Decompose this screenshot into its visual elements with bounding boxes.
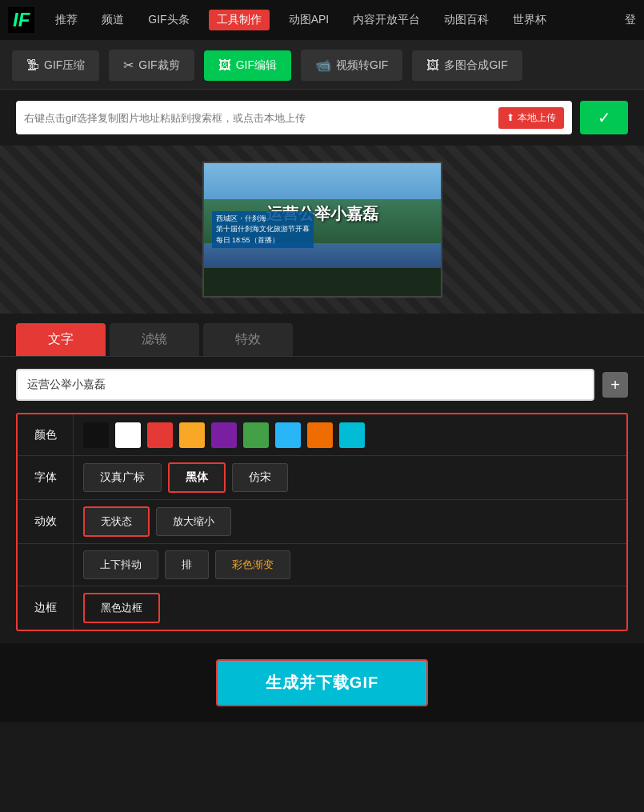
- effect-label-spacer: [18, 544, 74, 586]
- effect-content-2: 上下抖动 排 彩色渐变: [74, 544, 626, 586]
- preview-area: 运营公举小嘉磊 西城区・什刹海 第十届什刹海文化旅游节开幕 每日 18:55（首…: [0, 146, 644, 314]
- font-fangsong[interactable]: 仿宋: [232, 463, 288, 492]
- gif-edit-button[interactable]: 🖼 GIF编辑: [204, 50, 291, 81]
- crop-icon: ✂: [123, 58, 134, 73]
- tabs-bar: 文字 滤镜 特效: [0, 314, 644, 357]
- effect-color-anim[interactable]: 彩色渐变: [215, 550, 290, 579]
- upload-label: 本地上传: [518, 111, 556, 125]
- upload-icon: ⬆: [506, 112, 514, 123]
- nav-item-tools[interactable]: 工具制作: [209, 10, 270, 30]
- text-input[interactable]: [16, 369, 594, 401]
- ground-bg: [204, 268, 441, 296]
- upload-button[interactable]: ⬆ 本地上传: [498, 107, 564, 129]
- video-to-gif-label: 视频转GIF: [336, 58, 388, 73]
- sky-bg: [204, 163, 441, 199]
- nav-item-worldcup[interactable]: 世界杯: [508, 10, 551, 30]
- gif-edit-label: GIF编辑: [236, 58, 277, 73]
- nav: 推荐 频道 GIF头条 工具制作 动图API 内容开放平台 动图百科 世界杯: [50, 10, 625, 30]
- effect-row-1: 动效 无状态 放大缩小: [18, 500, 626, 544]
- video-icon: 📹: [315, 58, 331, 73]
- logo: IF: [8, 7, 34, 33]
- subtitle-line2: 第十届什刹海文化旅游节开幕: [216, 224, 310, 235]
- login-button[interactable]: 登: [625, 13, 636, 27]
- effect-zoom[interactable]: 放大缩小: [156, 507, 231, 536]
- color-row: 颜色: [18, 414, 626, 456]
- border-content: 黑色边框: [74, 586, 626, 630]
- border-black[interactable]: 黑色边框: [83, 593, 160, 623]
- nav-item-open[interactable]: 内容开放平台: [348, 10, 425, 30]
- generate-button[interactable]: 生成并下载GIF: [216, 659, 428, 706]
- header: IF 推荐 频道 GIF头条 工具制作 动图API 内容开放平台 动图百科 世界…: [0, 0, 644, 42]
- gif-crop-button[interactable]: ✂ GIF裁剪: [109, 50, 194, 81]
- zip-icon: 🗜: [26, 58, 39, 73]
- gif-preview: 运营公举小嘉磊 西城区・什刹海 第十届什刹海文化旅游节开幕 每日 18:55（首…: [202, 162, 442, 298]
- gif-compress-button[interactable]: 🗜 GIF压缩: [12, 50, 99, 81]
- font-hanzhen[interactable]: 汉真广标: [83, 463, 162, 492]
- generate-section: 生成并下载GIF: [0, 643, 644, 722]
- effect-row-layout[interactable]: 排: [165, 550, 209, 579]
- gif-crop-label: GIF裁剪: [138, 58, 179, 73]
- color-label: 颜色: [18, 414, 74, 455]
- multi-gif-button[interactable]: 🖼 多图合成GIF: [412, 50, 522, 81]
- nav-item-channel[interactable]: 频道: [97, 10, 129, 30]
- nav-item-api[interactable]: 动图API: [284, 10, 334, 30]
- gif-subtitle: 西城区・什刹海 第十届什刹海文化旅游节开幕 每日 18:55（首播）: [212, 211, 314, 249]
- effect-none[interactable]: 无状态: [83, 506, 150, 537]
- effect-content-1: 无状态 放大缩小: [74, 500, 626, 543]
- text-input-row: + 文字可以当水印用哟: [16, 369, 628, 401]
- effect-row-2: 上下抖动 排 彩色渐变: [18, 544, 626, 586]
- color-white[interactable]: [115, 422, 141, 448]
- border-row: 边框 黑色边框: [18, 586, 626, 630]
- nav-item-recommend[interactable]: 推荐: [50, 10, 82, 30]
- editor-panel: + 文字可以当水印用哟 颜色 字体 汉真广标 黑体: [0, 357, 644, 643]
- tab-filter[interactable]: 滤镜: [110, 323, 199, 356]
- toolbar: 🗜 GIF压缩 ✂ GIF裁剪 🖼 GIF编辑 📹 视频转GIF 🖼 多图合成G…: [0, 42, 644, 90]
- subtitle-line3: 每日 18:55（首播）: [216, 235, 310, 246]
- options-table: 颜色 字体 汉真广标 黑体 仿宋 动效: [16, 413, 628, 631]
- tab-effects[interactable]: 特效: [203, 323, 293, 356]
- color-green[interactable]: [243, 422, 269, 448]
- color-content: [74, 416, 626, 454]
- tab-text[interactable]: 文字: [16, 323, 106, 356]
- color-orange[interactable]: [307, 422, 333, 448]
- multi-icon: 🖼: [426, 58, 439, 73]
- color-teal[interactable]: [339, 422, 365, 448]
- font-label: 字体: [18, 456, 74, 499]
- nav-item-headlines[interactable]: GIF头条: [143, 10, 194, 30]
- search-input-wrapper: ⬆ 本地上传: [16, 101, 572, 134]
- color-cyan[interactable]: [275, 422, 301, 448]
- border-label: 边框: [18, 586, 74, 630]
- confirm-button[interactable]: ✓: [580, 101, 628, 134]
- font-row: 字体 汉真广标 黑体 仿宋: [18, 456, 626, 500]
- nav-item-wiki[interactable]: 动图百科: [439, 10, 494, 30]
- color-purple[interactable]: [211, 422, 237, 448]
- color-black[interactable]: [83, 422, 109, 448]
- edit-icon: 🖼: [218, 58, 231, 73]
- font-content: 汉真广标 黑体 仿宋: [74, 456, 626, 499]
- subtitle-line1: 西城区・什刹海: [216, 214, 310, 225]
- font-heiti[interactable]: 黑体: [168, 462, 226, 493]
- search-bar: ⬆ 本地上传 ✓: [0, 90, 644, 146]
- effect-shake[interactable]: 上下抖动: [83, 550, 158, 579]
- color-yellow[interactable]: [179, 422, 205, 448]
- add-text-button[interactable]: +: [602, 372, 628, 398]
- effect-label: 动效: [18, 500, 74, 543]
- search-input[interactable]: [24, 112, 492, 124]
- video-to-gif-button[interactable]: 📹 视频转GIF: [301, 50, 402, 81]
- gif-compress-label: GIF压缩: [44, 58, 85, 73]
- multi-gif-label: 多图合成GIF: [444, 58, 507, 73]
- color-red[interactable]: [147, 422, 173, 448]
